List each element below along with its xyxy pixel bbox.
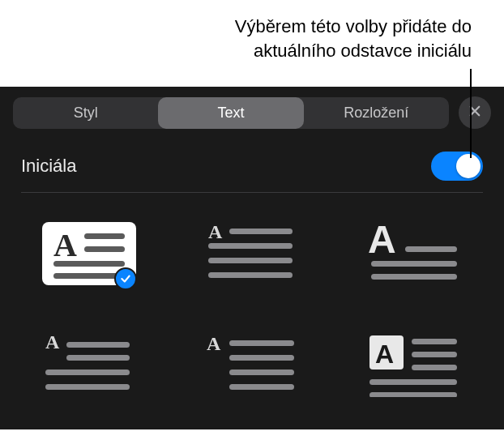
dropcap-section: Iniciála A bbox=[0, 129, 504, 397]
svg-text:A: A bbox=[375, 340, 394, 369]
svg-rect-18 bbox=[45, 370, 130, 375]
svg-rect-19 bbox=[45, 384, 130, 390]
svg-rect-30 bbox=[369, 379, 457, 385]
svg-rect-16 bbox=[66, 342, 130, 348]
svg-rect-14 bbox=[371, 274, 457, 280]
svg-rect-22 bbox=[229, 355, 294, 361]
dropcap-style-4[interactable]: A bbox=[36, 334, 142, 397]
close-button[interactable] bbox=[459, 96, 491, 129]
svg-rect-3 bbox=[84, 246, 125, 252]
toggle-knob bbox=[456, 154, 481, 178]
dropcap-style-2[interactable]: A bbox=[199, 222, 305, 285]
tab-text[interactable]: Text bbox=[158, 97, 303, 129]
selected-check-icon bbox=[114, 267, 137, 290]
svg-text:A: A bbox=[368, 222, 396, 261]
tab-rozlozeni[interactable]: Rozložení bbox=[304, 97, 449, 129]
tab-styl[interactable]: Styl bbox=[13, 97, 158, 129]
dropcap-style-1[interactable]: A bbox=[36, 222, 142, 285]
dropcap-label: Iniciála bbox=[21, 156, 76, 177]
svg-rect-28 bbox=[412, 352, 457, 357]
dropcap-style-5[interactable]: A bbox=[199, 334, 305, 397]
svg-rect-21 bbox=[229, 340, 294, 346]
svg-rect-13 bbox=[371, 261, 457, 267]
svg-rect-12 bbox=[405, 246, 457, 252]
dropcap-style-6[interactable]: A bbox=[362, 334, 468, 397]
svg-text:A: A bbox=[53, 227, 77, 263]
svg-rect-2 bbox=[84, 233, 125, 239]
svg-rect-17 bbox=[66, 355, 130, 361]
svg-rect-23 bbox=[229, 370, 294, 375]
dropcap-style-3[interactable]: A bbox=[362, 222, 468, 285]
svg-text:A: A bbox=[45, 334, 60, 352]
svg-rect-8 bbox=[208, 243, 293, 249]
tabs-row: Styl Text Rozložení bbox=[0, 96, 504, 129]
callout-text: Výběrem této volby přidáte do aktuálního… bbox=[0, 0, 504, 69]
svg-rect-24 bbox=[229, 384, 294, 390]
svg-rect-27 bbox=[412, 339, 457, 344]
svg-text:A: A bbox=[208, 222, 223, 242]
svg-rect-29 bbox=[412, 365, 457, 370]
callout-line2: aktuálního odstavce iniciálu bbox=[0, 39, 472, 63]
dropcap-toggle[interactable] bbox=[431, 152, 483, 181]
dropcap-row: Iniciála bbox=[21, 152, 483, 193]
svg-rect-7 bbox=[229, 229, 293, 234]
callout-line1: Výběrem této volby přidáte do bbox=[0, 15, 472, 39]
svg-rect-31 bbox=[369, 392, 457, 397]
svg-rect-9 bbox=[208, 258, 293, 263]
format-panel: Styl Text Rozložení Iniciála A bbox=[0, 87, 504, 429]
svg-text:A: A bbox=[207, 334, 221, 354]
segmented-control: Styl Text Rozložení bbox=[13, 97, 449, 129]
dropcap-styles-grid: A A bbox=[21, 193, 483, 397]
svg-rect-10 bbox=[208, 272, 293, 278]
callout-pointer bbox=[0, 69, 504, 87]
svg-rect-4 bbox=[53, 261, 125, 267]
